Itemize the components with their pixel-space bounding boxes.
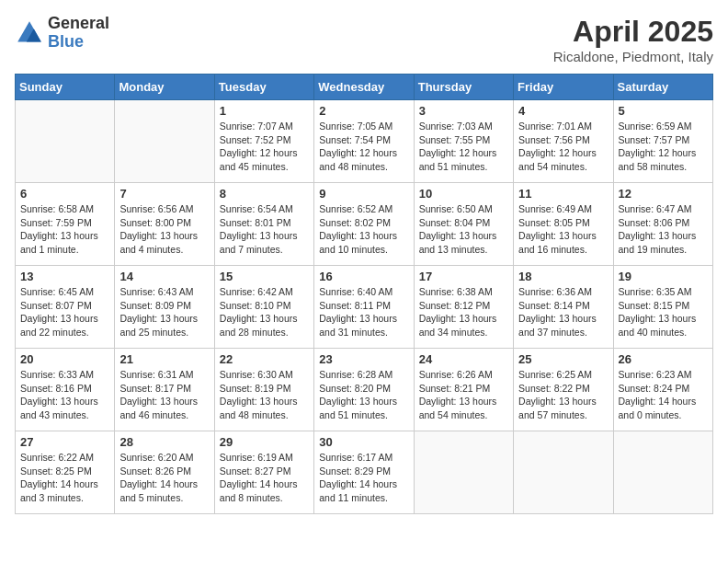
day-info: Sunrise: 6:26 AMSunset: 8:21 PMDaylight:… [419,368,508,422]
day-cell: 14Sunrise: 6:43 AMSunset: 8:09 PMDayligh… [115,266,214,349]
day-cell [16,100,115,183]
day-cell: 20Sunrise: 6:33 AMSunset: 8:16 PMDayligh… [16,349,115,431]
calendar-header-row: SundayMondayTuesdayWednesdayThursdayFrid… [16,75,713,100]
day-cell: 3Sunrise: 7:03 AMSunset: 7:55 PMDaylight… [414,100,513,183]
day-number: 20 [20,352,109,366]
day-cell: 1Sunrise: 7:07 AMSunset: 7:52 PMDaylight… [214,100,313,183]
day-number: 14 [119,270,209,283]
day-number: 5 [619,104,708,118]
day-cell: 29Sunrise: 6:19 AMSunset: 8:27 PMDayligh… [214,431,313,514]
day-cell [115,100,214,183]
day-cell: 26Sunrise: 6:23 AMSunset: 8:24 PMDayligh… [613,349,712,431]
day-info: Sunrise: 6:19 AMSunset: 8:27 PMDaylight:… [220,451,309,505]
week-row-2: 6Sunrise: 6:58 AMSunset: 7:59 PMDaylight… [16,183,713,266]
day-number: 22 [220,352,309,366]
location: Ricaldone, Piedmont, Italy [553,49,713,64]
day-info: Sunrise: 7:07 AMSunset: 7:52 PMDaylight:… [220,120,309,174]
day-number: 23 [319,352,408,366]
day-info: Sunrise: 6:50 AMSunset: 8:04 PMDaylight:… [419,202,508,257]
day-info: Sunrise: 6:33 AMSunset: 8:16 PMDaylight:… [20,368,109,422]
day-cell [414,431,513,514]
column-header-friday: Friday [514,75,613,100]
day-number: 17 [419,270,508,283]
day-info: Sunrise: 6:49 AMSunset: 8:05 PMDaylight:… [518,202,608,257]
day-info: Sunrise: 6:28 AMSunset: 8:20 PMDaylight:… [319,368,408,422]
day-info: Sunrise: 6:56 AMSunset: 8:00 PMDaylight:… [119,202,209,257]
day-number: 3 [419,104,508,118]
day-number: 19 [619,270,708,283]
page-header: General Blue April 2025 Ricaldone, Piedm… [15,15,713,64]
logo-text: General Blue [48,15,109,52]
day-cell: 16Sunrise: 6:40 AMSunset: 8:11 PMDayligh… [314,266,414,349]
day-number: 18 [518,270,608,283]
day-number: 2 [319,104,408,118]
day-cell: 7Sunrise: 6:56 AMSunset: 8:00 PMDaylight… [115,183,214,266]
week-row-3: 13Sunrise: 6:45 AMSunset: 8:07 PMDayligh… [16,266,713,349]
day-info: Sunrise: 6:54 AMSunset: 8:01 PMDaylight:… [220,202,309,257]
week-row-5: 27Sunrise: 6:22 AMSunset: 8:25 PMDayligh… [16,431,713,514]
day-number: 9 [319,187,408,201]
day-info: Sunrise: 7:05 AMSunset: 7:54 PMDaylight:… [319,120,408,174]
day-cell [514,431,613,514]
day-number: 1 [220,104,309,118]
day-cell: 9Sunrise: 6:52 AMSunset: 8:02 PMDaylight… [314,183,414,266]
day-cell: 30Sunrise: 6:17 AMSunset: 8:29 PMDayligh… [314,431,414,514]
day-info: Sunrise: 6:52 AMSunset: 8:02 PMDaylight:… [319,202,408,257]
day-number: 11 [518,187,608,201]
day-cell [613,431,712,514]
day-cell: 6Sunrise: 6:58 AMSunset: 7:59 PMDaylight… [16,183,115,266]
day-info: Sunrise: 7:01 AMSunset: 7:56 PMDaylight:… [518,120,608,174]
day-info: Sunrise: 6:35 AMSunset: 8:15 PMDaylight:… [619,285,708,339]
day-info: Sunrise: 6:40 AMSunset: 8:11 PMDaylight:… [319,285,408,339]
day-info: Sunrise: 6:20 AMSunset: 8:26 PMDaylight:… [119,451,209,505]
day-cell: 24Sunrise: 6:26 AMSunset: 8:21 PMDayligh… [414,349,513,431]
day-cell: 25Sunrise: 6:25 AMSunset: 8:22 PMDayligh… [514,349,613,431]
day-cell: 15Sunrise: 6:42 AMSunset: 8:10 PMDayligh… [214,266,313,349]
day-info: Sunrise: 6:36 AMSunset: 8:14 PMDaylight:… [518,285,608,339]
logo-blue: Blue [48,33,109,52]
day-cell: 12Sunrise: 6:47 AMSunset: 8:06 PMDayligh… [613,183,712,266]
day-info: Sunrise: 6:43 AMSunset: 8:09 PMDaylight:… [119,285,209,339]
title-block: April 2025 Ricaldone, Piedmont, Italy [553,15,713,64]
day-number: 26 [619,352,708,366]
day-number: 30 [319,435,408,449]
day-info: Sunrise: 6:47 AMSunset: 8:06 PMDaylight:… [619,202,708,257]
day-cell: 11Sunrise: 6:49 AMSunset: 8:05 PMDayligh… [514,183,613,266]
day-number: 10 [419,187,508,201]
month-title: April 2025 [553,15,713,49]
day-cell: 13Sunrise: 6:45 AMSunset: 8:07 PMDayligh… [16,266,115,349]
day-info: Sunrise: 6:59 AMSunset: 7:57 PMDaylight:… [619,120,708,174]
day-info: Sunrise: 6:25 AMSunset: 8:22 PMDaylight:… [518,368,608,422]
day-cell: 19Sunrise: 6:35 AMSunset: 8:15 PMDayligh… [613,266,712,349]
column-header-monday: Monday [115,75,214,100]
day-cell: 21Sunrise: 6:31 AMSunset: 8:17 PMDayligh… [115,349,214,431]
day-number: 13 [20,270,109,283]
day-cell: 2Sunrise: 7:05 AMSunset: 7:54 PMDaylight… [314,100,414,183]
day-number: 7 [119,187,209,201]
day-number: 27 [20,435,109,449]
day-info: Sunrise: 6:42 AMSunset: 8:10 PMDaylight:… [220,285,309,339]
day-info: Sunrise: 6:17 AMSunset: 8:29 PMDaylight:… [319,451,408,505]
day-info: Sunrise: 7:03 AMSunset: 7:55 PMDaylight:… [419,120,508,174]
day-info: Sunrise: 6:58 AMSunset: 7:59 PMDaylight:… [20,202,109,257]
day-cell: 18Sunrise: 6:36 AMSunset: 8:14 PMDayligh… [514,266,613,349]
column-header-tuesday: Tuesday [214,75,313,100]
day-number: 12 [619,187,708,201]
day-info: Sunrise: 6:30 AMSunset: 8:19 PMDaylight:… [220,368,309,422]
day-number: 25 [518,352,608,366]
day-number: 15 [220,270,309,283]
day-number: 21 [119,352,209,366]
day-cell: 4Sunrise: 7:01 AMSunset: 7:56 PMDaylight… [514,100,613,183]
column-header-sunday: Sunday [16,75,115,100]
column-header-thursday: Thursday [414,75,513,100]
calendar: SundayMondayTuesdayWednesdayThursdayFrid… [15,74,713,514]
day-info: Sunrise: 6:23 AMSunset: 8:24 PMDaylight:… [619,368,708,422]
day-number: 28 [119,435,209,449]
day-cell: 8Sunrise: 6:54 AMSunset: 8:01 PMDaylight… [214,183,313,266]
day-info: Sunrise: 6:22 AMSunset: 8:25 PMDaylight:… [20,451,109,505]
logo-general: General [48,15,109,33]
week-row-1: 1Sunrise: 7:07 AMSunset: 7:52 PMDaylight… [16,100,713,183]
day-number: 4 [518,104,608,118]
day-number: 8 [220,187,309,201]
week-row-4: 20Sunrise: 6:33 AMSunset: 8:16 PMDayligh… [16,349,713,431]
